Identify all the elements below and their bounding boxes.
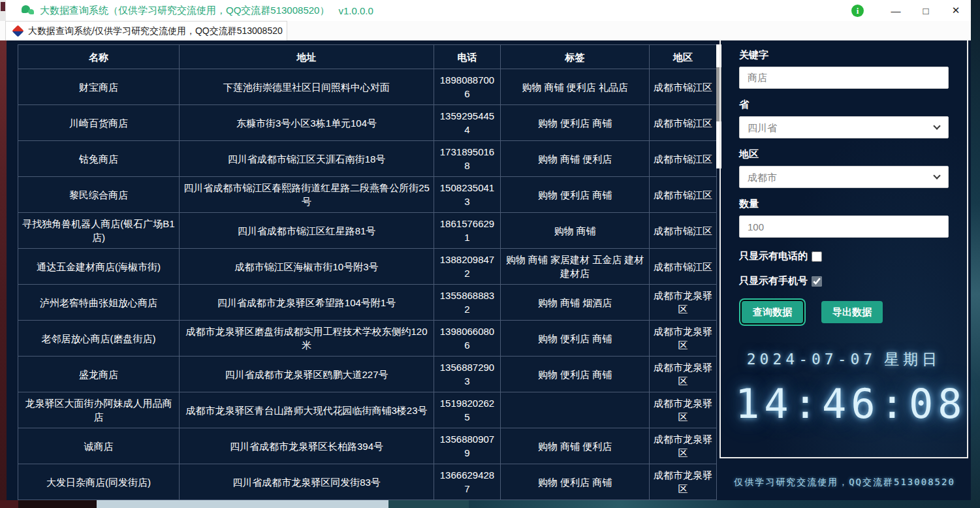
table-cell <box>501 392 650 428</box>
region-select[interactable]: 成都市 <box>739 166 949 188</box>
table-cell: 15198202625 <box>434 392 501 428</box>
wallpaper-segment <box>0 500 18 508</box>
table-cell: 诚商店 <box>18 428 180 464</box>
query-panel: 关键字 省 四川省 地区 成都市 <box>718 40 971 500</box>
table-cell: 购物 商铺 便利店 <box>501 141 650 177</box>
count-label: 数量 <box>739 198 949 210</box>
table-row: 川崎百货商店东糠市街3号小区3栋1单元104号13592954454购物 便利店… <box>18 105 717 141</box>
table-row: 通达五金建材商店(海椒市街)成都市锦江区海椒市街10号附3号1388209847… <box>18 249 717 285</box>
left-edge-decoration <box>0 40 7 500</box>
count-input[interactable] <box>739 215 949 238</box>
column-header: 地区 <box>650 45 717 69</box>
tab-strip: 大数据查询系统/仅供学习研究交流使用，QQ交流群513008520 <box>0 21 971 40</box>
table-row: 大发日杂商店(同发街店)四川省成都市龙泉驿区同发街83号13666294287购… <box>18 464 717 500</box>
export-data-button[interactable]: 导出数据 <box>821 301 883 323</box>
province-select[interactable]: 四川省 <box>739 116 949 138</box>
table-cell: 13980660806 <box>434 321 501 357</box>
region-label: 地区 <box>739 148 949 161</box>
table-cell: 四川省成都市龙泉驿区长柏路394号 <box>180 428 434 464</box>
table-cell: 四川省成都市龙泉驿区鸥鹏大道227号 <box>180 357 434 392</box>
pagination-bar: 显示第 1 到第 100 条记录，总共 100 条记录 每页显示 100 ▲ 条… <box>18 505 718 508</box>
info-icon[interactable]: i <box>851 5 864 17</box>
desktop: 大数据查询系统（仅供学习研究交流使用，QQ交流群513008520） v1.0.… <box>0 0 980 508</box>
table-row: 钴兔商店四川省成都市锦江区天涯石南街18号17318950168购物 商铺 便利… <box>18 141 717 177</box>
table-cell: 泸州老窖特曲张姐放心商店 <box>18 285 180 321</box>
table-cell: 成都市锦江区 <box>650 249 717 285</box>
keyword-label: 关键字 <box>739 49 949 61</box>
table-row: 诚商店四川省成都市龙泉驿区长柏路394号13568809079购物 商铺 便利店… <box>18 428 717 464</box>
table-body: 财宝商店下莲池街崇德里社区日间照料中心对面18980887006购物 商铺 便利… <box>18 69 717 500</box>
table-cell: 18980887006 <box>434 69 501 105</box>
title-bar: 大数据查询系统（仅供学习研究交流使用，QQ交流群513008520） v1.0.… <box>0 0 971 21</box>
tab-logo-icon <box>12 25 24 37</box>
table-cell: 17318950168 <box>434 141 501 177</box>
table-cell: 成都市龙泉驿区 <box>650 464 717 500</box>
desktop-wallpaper-right <box>971 0 980 508</box>
app-window: 大数据查询系统（仅供学习研究交流使用，QQ交流群513008520） v1.0.… <box>0 0 971 500</box>
phone-only-label: 只显示有电话的 <box>739 250 808 262</box>
table-cell: 购物 便利店 商铺 <box>501 464 650 500</box>
table-cell: 13882098472 <box>434 249 501 285</box>
table-header-row: 名称地址电话标签地区 <box>18 45 717 69</box>
table-row: 财宝商店下莲池街崇德里社区日间照料中心对面18980887006购物 商铺 便利… <box>18 69 717 105</box>
table-cell: 东糠市街3号小区3栋1单元104号 <box>180 105 434 141</box>
table-cell: 13666294287 <box>434 464 501 500</box>
weekday-value: 星期日 <box>884 351 941 368</box>
column-header: 电话 <box>434 45 501 69</box>
table-row: 黎民综合商店四川省成都市锦江区春熙路街道红星路二段燕鲁公所街25号1508235… <box>18 177 717 213</box>
phone-only-checkbox[interactable] <box>812 251 822 262</box>
background-window-sliver <box>0 0 6 21</box>
column-header: 标签 <box>501 45 650 69</box>
table-cell: 18615766291 <box>434 213 501 249</box>
tab-label: 大数据查询系统/仅供学习研究交流使用，QQ交流群513008520 <box>28 25 283 37</box>
table-cell: 盛龙商店 <box>18 357 180 392</box>
window-controls: i — □ ✕ <box>851 0 971 21</box>
table-cell: 13592954454 <box>434 105 501 141</box>
app-icon <box>22 5 35 16</box>
close-button[interactable]: ✕ <box>941 0 971 21</box>
table-cell: 购物 商铺 家居建材 五金店 建材 建材店 <box>501 249 650 285</box>
mobile-only-label: 只显示有手机号 <box>739 275 808 287</box>
table-cell: 成都市龙泉驿区 <box>650 428 717 464</box>
table-row: 盛龙商店四川省成都市龙泉驿区鸥鹏大道227号13568872903购物 便利店 … <box>18 357 717 392</box>
window-title: 大数据查询系统（仅供学习研究交流使用，QQ交流群513008520） <box>40 5 329 17</box>
query-data-button[interactable]: 查询数据 <box>742 301 803 323</box>
table-cell: 四川省成都市锦江区春熙路街道红星路二段燕鲁公所街25号 <box>180 177 434 213</box>
table-cell: 购物 便利店 商铺 <box>501 357 650 392</box>
minimize-button[interactable]: — <box>881 0 911 21</box>
table-cell: 黎民综合商店 <box>18 177 180 213</box>
table-cell: 成都市龙泉驿区磨盘街成都实用工程技术学校东侧约120米 <box>180 321 434 357</box>
table-cell: 四川省成都市龙泉驿区希望路104号附1号 <box>180 285 434 321</box>
table-cell: 成都市龙泉驿区 <box>650 321 717 357</box>
mobile-only-checkbox[interactable] <box>812 276 822 287</box>
table-cell: 四川省成都市锦江区天涯石南街18号 <box>180 141 434 177</box>
table-cell: 龙泉驿区大面街办阿妹成人用品商店 <box>18 392 180 428</box>
table-cell: 购物 便利店 商铺 <box>501 321 650 357</box>
table-section: 名称地址电话标签地区 财宝商店下莲池街崇德里社区日间照料中心对面18980887… <box>7 40 718 500</box>
table-cell: 大发日杂商店(同发街店) <box>18 464 180 500</box>
content-area: 名称地址电话标签地区 财宝商店下莲池街崇德里社区日间照料中心对面18980887… <box>0 40 971 500</box>
table-cell: 成都市锦江区 <box>650 141 717 177</box>
tab-main[interactable]: 大数据查询系统/仅供学习研究交流使用，QQ交流群513008520 <box>5 21 287 40</box>
table-cell: 成都市锦江区 <box>650 105 717 141</box>
table-cell: 成都市锦江区海椒市街10号附3号 <box>180 249 434 285</box>
table-cell: 成都市锦江区 <box>650 177 717 213</box>
table-cell: 四川省成都市锦江区红星路81号 <box>180 213 434 249</box>
mobile-only-row: 只显示有手机号 <box>739 275 949 287</box>
maximize-button[interactable]: □ <box>911 0 941 21</box>
phone-only-row: 只显示有电话的 <box>739 250 949 262</box>
clock-date-row: 2024-07-07星期日 <box>739 349 949 370</box>
table-cell: 成都市锦江区 <box>650 213 717 249</box>
table-cell: 成都市龙泉驿区 <box>650 285 717 321</box>
table-cell: 购物 商铺 便利店 礼品店 <box>501 69 650 105</box>
table-cell: 成都市龙泉驿区青台山路师大现代花园临街商铺3楼23号 <box>180 392 434 428</box>
province-label: 省 <box>739 99 949 111</box>
clock: 2024-07-07星期日 14:46:08 <box>739 349 949 428</box>
window-version: v1.0.0.0 <box>338 5 373 16</box>
column-header: 名称 <box>18 45 180 69</box>
keyword-input[interactable] <box>739 67 949 89</box>
table-cell: 老邻居放心商店(磨盘街店) <box>18 321 180 357</box>
table-row: 老邻居放心商店(磨盘街店)成都市龙泉驿区磨盘街成都实用工程技术学校东侧约120米… <box>18 321 717 357</box>
query-panel-frame: 关键字 省 四川省 地区 成都市 <box>719 40 968 458</box>
column-header: 地址 <box>180 45 434 69</box>
